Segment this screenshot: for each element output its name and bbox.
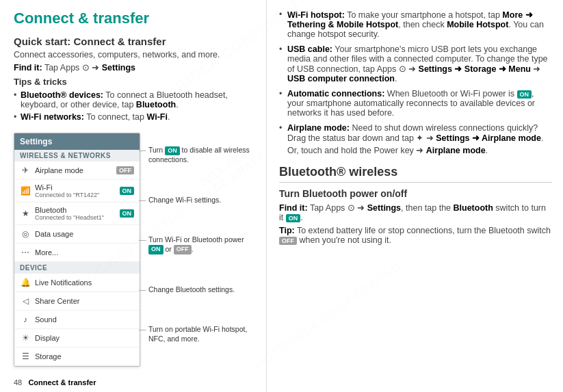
data-icon: ◎ [20, 228, 31, 239]
airplane-mode-or: Or, touch and hold the Power key ➜ Airpl… [287, 145, 552, 155]
phone-row-more[interactable]: ⋯ More... [14, 244, 140, 262]
wifi-text-block: Wi-Fi Connected to "RT1422" [35, 183, 116, 198]
sound-icon: ♪ [20, 314, 31, 325]
quick-start-subtitle: Connect accessories, computers, networks… [14, 50, 255, 60]
tip-bluetooth: Bluetooth® devices: To connect a Bluetoo… [14, 90, 255, 109]
callout-5: Turn on portable Wi-Fi hotspot, NFC, and… [143, 325, 255, 343]
phone-header: Settings [14, 133, 140, 150]
tip-wifi: Wi-Fi networks: To connect, tap Wi-Fi. [14, 112, 255, 122]
bluetooth-section-title: Bluetooth® wireless [279, 165, 552, 183]
find-it-label: Find it: [14, 63, 42, 73]
find-it-text: Tap Apps ⊙ ➜ Settings [44, 63, 135, 73]
quick-start-title: Quick start: Connect & transfer [14, 36, 255, 47]
share-label: Share Center [35, 297, 79, 305]
phone-row-airplane: ✈ Airplane mode OFF [14, 161, 140, 180]
callout-on-badge-2: ON [148, 245, 163, 254]
wifi-icon: 📶 [20, 185, 31, 196]
page-container: Connect & transfer Quick start: Connect … [0, 0, 563, 392]
callout-off-badge: OFF [174, 245, 192, 254]
phone-row-notifications: 🔔 Live Notifications [14, 274, 140, 292]
wifi-label: Wi-Fi [35, 183, 116, 192]
bt-tip-label: Tip: [279, 226, 295, 235]
data-label: Data usage [35, 230, 134, 238]
auto-bold: Automatic connections: [287, 89, 384, 99]
callout-lines: Turn ON to disable all wireless connecti… [140, 127, 255, 367]
sound-label: Sound [35, 315, 57, 324]
bluetooth-text-block: Bluetooth Connected to "Headset1" [35, 206, 116, 221]
callout-3: Turn Wi-Fi or Bluetooth power ON or OFF. [143, 235, 255, 254]
tip-wifi-text: To connect, tap Wi-Fi. [86, 112, 170, 122]
device-section-label: DEVICE [14, 262, 140, 274]
display-icon: ☀ [20, 332, 31, 343]
bt-find-it-label: Find it: [279, 203, 308, 213]
right-column: Wi-Fi hotspot: To make your smartphone a… [267, 0, 563, 392]
phone-row-display: ☀ Display [14, 329, 140, 348]
page-number: 48 [14, 378, 22, 387]
storage-label: Storage [35, 352, 62, 361]
bt-find-it-text: Tap Apps ⊙ ➜ Settings, then tap the Blue… [279, 203, 546, 222]
tips-title: Tips & tricks [14, 77, 255, 87]
wireless-section-label: WIRELESS & NETWORKS [14, 150, 140, 161]
phone-row-wifi: 📶 Wi-Fi Connected to "RT1422" ON [14, 180, 140, 202]
bt-subsection-title: Turn Bluetooth power on/off [279, 188, 552, 199]
phone-row-bluetooth: ★ Bluetooth Connected to "Headset1" ON [14, 202, 140, 225]
phone-and-callouts: Settings WIRELESS & NETWORKS ✈ Airplane … [14, 127, 255, 367]
callout-1: Turn ON to disable all wireless connecti… [143, 146, 255, 165]
phone-row-share: ◁ Share Center [14, 292, 140, 311]
airplane-badge: OFF [116, 166, 134, 174]
bt-off-badge: OFF [279, 237, 297, 245]
right-bullets-list: Wi-Fi hotspot: To make your smartphone a… [279, 10, 552, 155]
usb-bold: USB cable: [287, 44, 332, 54]
wifi-badge: ON [120, 187, 135, 195]
page-footer: 48 Connect & transfer [14, 378, 96, 387]
airplane-icon: ✈ [20, 165, 31, 176]
wifi-hotspot-bold: Wi-Fi hotspot: [287, 10, 345, 20]
tip-wifi-bold: Wi-Fi networks: [21, 112, 84, 122]
find-it: Find it: Tap Apps ⊙ ➜ Settings [14, 62, 255, 73]
bt-find-it: Find it: Tap Apps ⊙ ➜ Settings, then tap… [279, 202, 552, 222]
phone-row-sound: ♪ Sound [14, 311, 140, 329]
tips-list: Bluetooth® devices: To connect a Bluetoo… [14, 90, 255, 122]
bluetooth-label: Bluetooth [35, 206, 116, 214]
phone-row-storage: ☰ Storage [14, 348, 140, 366]
tip-bluetooth-bold: Bluetooth® devices: [21, 90, 103, 100]
bullet-auto: Automatic connections: When Bluetooth or… [279, 89, 552, 118]
more-label: More... [35, 248, 134, 257]
display-label: Display [35, 334, 60, 342]
phone-row-data: ◎ Data usage [14, 225, 140, 244]
more-icon: ⋯ [20, 247, 31, 258]
auto-on-badge: ON [517, 90, 532, 99]
bt-tip-text: To extend battery life or stop connectio… [279, 226, 551, 245]
bt-tip: Tip: To extend battery life or stop conn… [279, 226, 552, 245]
storage-icon: ☰ [20, 351, 31, 362]
callout-on-badge-1: ON [165, 146, 180, 156]
bullet-airplane: Airplane mode: Need to shut down wireles… [279, 123, 552, 155]
footer-text: Connect & transfer [28, 378, 96, 387]
airplane-label: Airplane mode [35, 166, 112, 174]
notifications-icon: 🔔 [20, 277, 31, 288]
wifi-sublabel: Connected to "RT1422" [35, 192, 116, 198]
bt-on-badge: ON [286, 214, 301, 222]
callout-4: Change Bluetooth settings. [143, 285, 255, 295]
callout-2: Change Wi-Fi settings. [143, 196, 255, 205]
airplane-mode-bold: Airplane mode: [287, 123, 350, 133]
bullet-usb: USB cable: Your smartphone's micro USB p… [279, 44, 552, 83]
phone-ui: Settings WIRELESS & NETWORKS ✈ Airplane … [14, 133, 140, 367]
notifications-label: Live Notifications [35, 278, 92, 287]
bullet-wifi-hotspot: Wi-Fi hotspot: To make your smartphone a… [279, 10, 552, 39]
bluetooth-sublabel: Connected to "Headset1" [35, 214, 116, 221]
share-icon: ◁ [20, 296, 31, 306]
page-title: Connect & transfer [14, 10, 255, 27]
bluetooth-badge: ON [120, 209, 135, 218]
bluetooth-icon: ★ [20, 208, 31, 219]
left-column: Connect & transfer Quick start: Connect … [0, 0, 267, 392]
